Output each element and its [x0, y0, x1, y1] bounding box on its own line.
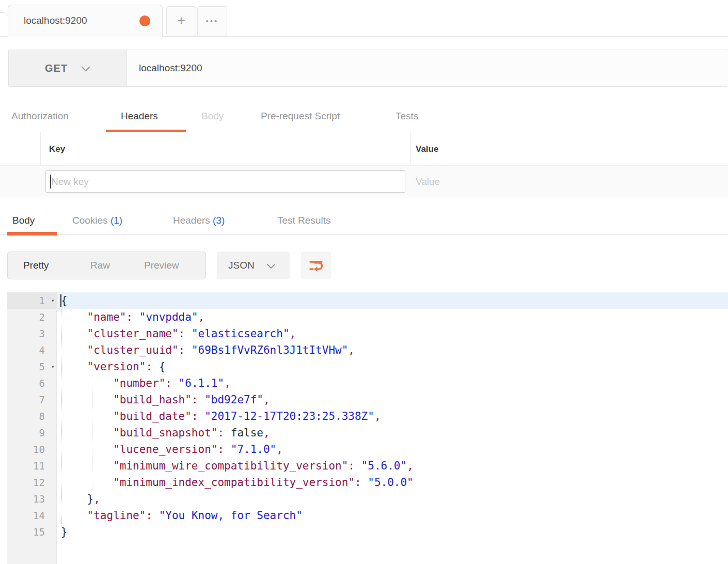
line-number-gutter: 1▾2345▾6789101112131415 — [7, 292, 57, 564]
response-view-mode-group: PrettyRawPreview — [7, 252, 206, 279]
line-number: 15 — [7, 524, 56, 540]
code-line-1: { — [57, 292, 728, 309]
line-number[interactable]: 1▾ — [7, 292, 56, 309]
language-label: JSON — [228, 252, 255, 279]
view-mode-preview[interactable]: Preview — [144, 252, 179, 279]
line-number: 6 — [7, 375, 56, 391]
line-number: 8 — [7, 408, 56, 425]
new-key-input[interactable] — [45, 170, 405, 193]
code-line-2: "name": "vnvpdda", — [57, 309, 728, 325]
response-body-viewer[interactable]: 1▾2345▾6789101112131415 { "name": "vnvpd… — [0, 292, 728, 564]
kv-new-row: Value — [0, 166, 728, 197]
response-tab-cookies[interactable]: Cookies (1) — [72, 207, 122, 234]
response-tab-count: (1) — [108, 215, 123, 226]
code-line-15: } — [57, 524, 728, 540]
new-tab-button[interactable]: + — [166, 6, 196, 36]
active-response-tab-underline — [7, 232, 57, 236]
tab-options-button[interactable]: ••• — [197, 6, 227, 36]
view-mode-raw[interactable]: Raw — [90, 252, 110, 279]
kv-column-divider — [410, 132, 411, 166]
value-column-header: Value — [416, 132, 438, 166]
wrap-text-button[interactable] — [301, 252, 331, 279]
chevron-down-icon — [81, 66, 90, 72]
line-number: 11 — [7, 458, 56, 474]
code-line-13: }, — [57, 491, 728, 507]
code-area: { "name": "vnvpdda", "cluster_name": "el… — [57, 292, 728, 564]
chevron-down-icon — [266, 263, 276, 269]
response-tab-test-results[interactable]: Test Results — [277, 207, 330, 234]
language-selector[interactable]: JSON — [217, 252, 290, 279]
code-line-10: "lucene_version": "7.1.0", — [57, 441, 728, 458]
request-bar: GET localhost:9200 — [8, 50, 728, 87]
request-tab-headers[interactable]: Headers — [121, 101, 158, 131]
ellipsis-icon: ••• — [206, 17, 219, 25]
fold-arrow-icon[interactable]: ▾ — [51, 358, 55, 375]
response-tabs: BodyCookies (1)Headers (3)Test Results — [0, 207, 728, 236]
key-column-header: Key — [49, 132, 65, 166]
method-selector[interactable]: GET — [9, 50, 127, 86]
response-tab-count: (3) — [210, 215, 225, 226]
line-number: 7 — [7, 391, 56, 408]
code-line-7: "build_hash": "bd92e7f", — [57, 391, 728, 408]
new-value-field[interactable]: Value — [416, 166, 440, 197]
code-line-14: "tagline": "You Know, for Search" — [57, 507, 728, 524]
text-cursor — [60, 294, 61, 307]
line-number: 10 — [7, 441, 56, 458]
tab-title: localhost:9200 — [24, 5, 87, 36]
request-tab-body[interactable]: Body — [201, 101, 224, 131]
code-line-4: "cluster_uuid": "69Bs1fVvRZ6nl3J1tItVHw"… — [57, 342, 728, 358]
response-tabs-divider — [0, 234, 728, 235]
code-line-8: "build_date": "2017-12-17T20:23:25.338Z"… — [57, 408, 728, 425]
line-number: 4 — [7, 342, 56, 358]
response-tab-headers[interactable]: Headers (3) — [173, 207, 225, 234]
code-line-5: "version": { — [57, 358, 728, 375]
code-line-9: "build_snapshot": false, — [57, 425, 728, 441]
plus-icon: + — [177, 13, 185, 28]
request-tab-pre-request-script[interactable]: Pre-request Script — [261, 101, 340, 131]
code-line-3: "cluster_name": "elasticsearch", — [57, 325, 728, 342]
line-number: 13 — [7, 491, 56, 507]
request-tab-tests[interactable]: Tests — [395, 101, 418, 131]
line-number: 9 — [7, 425, 56, 441]
view-mode-pretty[interactable]: Pretty — [23, 252, 49, 279]
fold-arrow-icon[interactable]: ▾ — [51, 292, 55, 309]
active-request-tab-underline — [106, 130, 186, 132]
line-number: 12 — [7, 474, 56, 491]
request-tab-card[interactable]: localhost:9200 — [8, 5, 163, 37]
code-line-12: "minimum_index_compatibility_version": "… — [57, 474, 728, 491]
previous-tab-edge[interactable] — [0, 12, 8, 36]
text-cursor — [50, 175, 51, 189]
line-number: 14 — [7, 507, 56, 524]
url-input[interactable]: localhost:9200 — [139, 50, 202, 86]
code-line-11: "minimum_wire_compatibility_version": "5… — [57, 458, 728, 474]
line-number: 3 — [7, 325, 56, 342]
line-number[interactable]: 5▾ — [7, 358, 56, 375]
kv-section-divider — [0, 197, 728, 197]
kv-header-row: Key Value — [0, 132, 728, 166]
response-tab-body[interactable]: Body — [12, 207, 35, 234]
code-line-6: "number": "6.1.1", — [57, 375, 728, 391]
method-label: GET — [45, 50, 68, 86]
wrap-text-icon — [309, 258, 323, 273]
unsaved-indicator-dot — [139, 15, 150, 26]
request-tabs: AuthorizationHeadersBodyPre-request Scri… — [0, 101, 728, 132]
request-tab-authorization[interactable]: Authorization — [11, 101, 69, 131]
line-number: 2 — [7, 309, 56, 325]
